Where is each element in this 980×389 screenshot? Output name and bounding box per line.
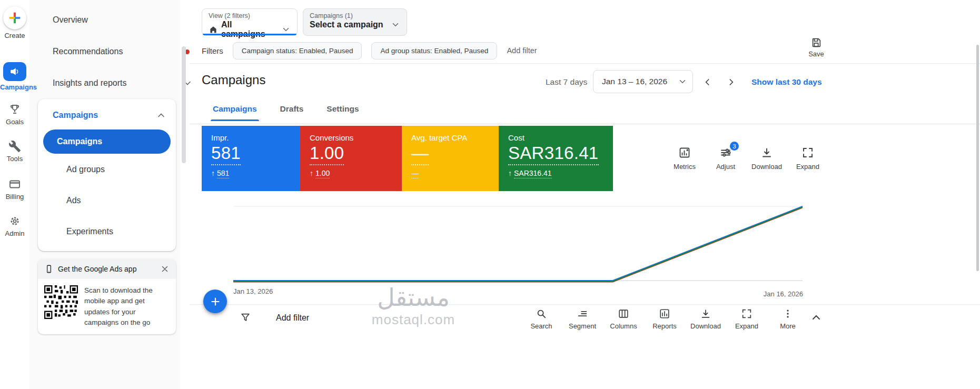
rail-label-create: Create [0,32,29,39]
search-icon [536,308,547,320]
chevron-up-icon [156,110,166,121]
date-range-value: Jan 13 – 16, 2026 [602,77,667,86]
date-range-selector[interactable]: Jan 13 – 16, 2026 [593,70,693,93]
reports-label: Reports [652,322,677,330]
vertical-scrollbar[interactable] [976,45,979,271]
segment-label: Segment [569,322,596,330]
rail-item-goals[interactable]: Goals [0,103,29,126]
main-tabs: Campaigns Drafts Settings [213,104,359,121]
sidebar-scrollbar[interactable] [182,46,186,163]
nav-item-experiments[interactable]: Experiments [38,216,176,247]
nav-item-ad-groups[interactable]: Ad groups [38,154,176,185]
next-period-button[interactable] [722,74,739,91]
rail-label-goals: Goals [0,118,29,126]
nav-item-overview[interactable]: Overview [53,11,169,29]
scorecard-conversions[interactable]: Conversions 1.00 ↑1.00 [300,126,402,191]
save-button[interactable]: Save [803,37,830,58]
segment-icon [577,308,588,320]
scorecard-impressions[interactable]: Impr. 581 ↑581 [202,126,300,191]
scorecard-avg-target-cpa[interactable]: Avg. target CPA — — [402,126,499,191]
scorecard-value: — [411,143,429,165]
add-filter-button[interactable]: Add filter [507,46,537,55]
scroll-top-button[interactable] [810,312,823,324]
new-campaign-fab[interactable] [203,290,227,313]
up-arrow-icon: ↑ [508,169,512,177]
credit-card-icon [0,178,29,191]
reports-icon [659,308,670,320]
divider [190,63,980,64]
filter-chip-campaign-status[interactable]: Campaign status: Enabled, Paused [233,42,362,59]
filter-chip-ad-group-status[interactable]: Ad group status: Enabled, Paused [371,42,497,59]
campaign-selector-label: Campaigns (1) [310,12,400,19]
expand-label: Expand [735,322,758,330]
date-range-label: Last 7 days [546,77,587,87]
download-button[interactable]: Download [752,146,781,171]
nav-item-ads[interactable]: Ads [38,185,176,216]
previous-period-button[interactable] [699,74,716,91]
scorecard-delta: 581 [217,169,229,178]
campaign-selector[interactable]: Campaigns (1) Select a campaign [303,8,407,36]
expand-button[interactable]: Expand [793,146,823,171]
metrics-icon [678,146,691,159]
columns-icon [618,308,629,320]
rail-item-campaigns[interactable]: Campaigns [0,62,29,91]
funnel-icon[interactable] [240,312,251,323]
x-axis-end-label: Jan 16, 2026 [739,290,803,298]
scorecard-label: Impr. [211,133,291,142]
more-label: More [780,322,796,330]
table-expand-button[interactable]: Expand [731,308,763,330]
table-download-button[interactable]: Download [690,308,721,330]
more-button[interactable]: More [772,308,804,330]
search-label: Search [530,322,552,330]
close-icon[interactable] [160,264,170,274]
nav-item-recommendations[interactable]: Recommendations [53,42,169,61]
view-selector[interactable]: View (2 filters) All campaigns [202,8,298,36]
metrics-button[interactable]: Metrics [670,146,699,171]
filters-row: Filters Campaign status: Enabled, Paused… [202,41,537,60]
gear-icon [0,215,29,227]
nav-item-campaigns-selected[interactable]: Campaigns [43,129,171,154]
nav-item-insights-and-reports[interactable]: Insights and reports [53,74,169,93]
download-icon [760,146,773,159]
reports-button[interactable]: Reports [649,308,680,330]
divider [190,124,980,124]
save-label: Save [803,50,830,58]
watermark-arabic: مستقل [348,283,479,312]
app-promo-text: Scan to download the mobile app and get … [84,285,163,328]
metrics-label: Metrics [674,163,696,171]
search-button[interactable]: Search [526,308,557,330]
tab-campaigns[interactable]: Campaigns [213,104,257,121]
show-last-30-days-link[interactable]: Show last 30 days [751,77,822,87]
tab-drafts[interactable]: Drafts [280,104,304,121]
expand-label: Expand [796,163,819,171]
create-plus-icon [3,6,26,29]
tab-settings[interactable]: Settings [326,104,359,121]
up-arrow-icon: ↑ [211,169,215,177]
segment-button[interactable]: Segment [567,308,598,330]
nav-campaigns-header-label: Campaigns [53,111,98,120]
download-icon [700,308,711,320]
columns-button[interactable]: Columns [608,308,639,330]
google-ads-campaigns-screen: Create Campaigns Goals [0,0,980,389]
plus-icon [210,296,221,307]
scorecard-label: Cost [508,133,603,142]
nav-campaigns-section-header[interactable]: Campaigns [38,99,176,125]
scorecard-delta: — [411,169,419,178]
rail-item-admin[interactable]: Admin [0,215,29,237]
rail-item-billing[interactable]: Billing [0,178,29,201]
filters-label: Filters [202,46,223,55]
rail-label-billing: Billing [0,193,29,201]
nav-recommendations-label: Recommendations [53,47,123,56]
scorecard-delta: 1.00 [315,169,330,178]
adjust-button[interactable]: 3 Adjust [711,146,740,171]
app-promo-header: Get the Google Ads app [38,259,176,279]
app-promo-body: Scan to download the mobile app and get … [38,279,176,334]
columns-label: Columns [610,322,637,330]
scorecard-cost[interactable]: Cost SAR316.41 ↑SAR316.41 [499,126,613,191]
create-button[interactable]: Create [0,6,29,39]
table-add-filter-button[interactable]: Add filter [276,313,309,323]
rail-item-tools[interactable]: Tools [0,140,29,163]
qr-code [44,285,78,328]
megaphone-icon [3,62,26,81]
campaign-selector-value: Select a campaign [310,20,383,29]
